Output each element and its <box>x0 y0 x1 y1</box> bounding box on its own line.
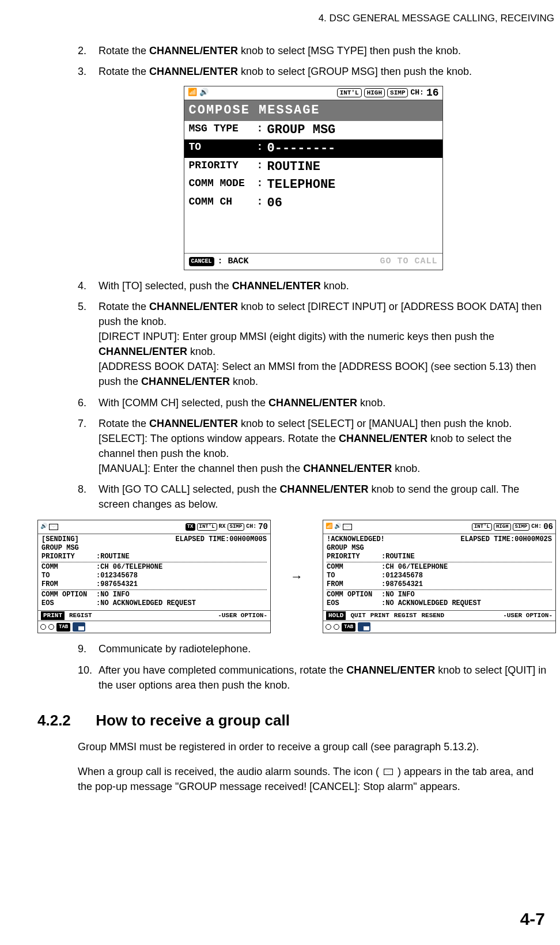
step-text: Rotate the <box>99 66 149 77</box>
signal-icon: 📶 <box>326 523 332 531</box>
user-option-label: -USER OPTION- <box>218 611 267 621</box>
step-8: 8. With [GO TO CALL] selected, push the … <box>78 482 548 512</box>
knob-name: CHANNEL/ENTER <box>141 376 230 387</box>
row-comm-ch: COMM CH : 06 <box>184 194 442 213</box>
channel-number: 06 <box>543 521 553 532</box>
simp-pill: SIMP <box>513 523 530 531</box>
field-value: :ROUTINE <box>96 553 130 561</box>
step-text: knob. <box>392 463 420 474</box>
screen-status-bar: 📶 🔊 INT'L HIGH SIMP CH: 06 <box>323 520 555 534</box>
tab-bar: TAB <box>38 621 270 633</box>
compose-icon <box>358 622 370 632</box>
field-value: :NO ACKNOWLEDGED REQUEST <box>96 599 196 608</box>
status-label: [SENDING] <box>41 535 79 544</box>
step-6: 6. With [COMM CH] selected, push the CHA… <box>78 395 548 410</box>
knob-name: CHANNEL/ENTER <box>279 483 368 495</box>
field-label: COMM CH <box>189 194 257 213</box>
paragraph-2: When a group call is received, the audio… <box>78 764 548 794</box>
field-value: ROUTINE <box>267 158 438 176</box>
ch-label: CH: <box>410 88 423 99</box>
simp-pill: SIMP <box>228 523 245 531</box>
knob-name: CHANNEL/ENTER <box>149 66 238 77</box>
hold-button: HOLD <box>326 611 346 621</box>
step-number: 10. <box>78 663 92 678</box>
knob-name: CHANNEL/ENTER <box>303 463 392 474</box>
step-number: 5. <box>78 299 86 314</box>
step-number: 9. <box>78 641 86 656</box>
field-label: PRIORITY <box>327 553 381 561</box>
knob-icon <box>40 624 46 630</box>
step-3: 3. Rotate the CHANNEL/ENTER knob to sele… <box>78 64 548 79</box>
regist-button: REGIST <box>69 611 92 621</box>
step-text: Communicate by radiotelephone. <box>99 643 251 655</box>
tx-pill: TX <box>186 523 195 531</box>
step-4: 4. With [TO] selected, push the CHANNEL/… <box>78 278 548 293</box>
step-text: [MANUAL]: Enter the channel then push th… <box>99 463 303 474</box>
regist-button: REGIST <box>394 611 417 621</box>
knob-name: CHANNEL/ENTER <box>232 280 321 292</box>
knob-name: CHANNEL/ENTER <box>346 664 435 676</box>
sound-icon: 🔊 <box>334 523 341 531</box>
row-comm-mode: COMM MODE : TELEPHONE <box>184 176 442 194</box>
knob-name: CHANNEL/ENTER <box>339 433 427 444</box>
compose-icon <box>73 622 85 632</box>
page-header: 4. DSC GENERAL MESSAGE CALLING, RECEIVIN… <box>0 12 560 26</box>
mail-icon <box>384 769 393 775</box>
mail-icon <box>49 524 58 530</box>
knob-name: CHANNEL/ENTER <box>149 418 238 429</box>
elapsed-time: ELAPSED TIME:00H00M02S <box>461 535 552 544</box>
step-2: 2. Rotate the CHANNEL/ENTER knob to sele… <box>78 43 548 58</box>
field-label: COMM <box>41 563 96 572</box>
back-label: : BACK <box>218 255 249 268</box>
step-5: 5. Rotate the CHANNEL/ENTER knob to sele… <box>78 299 548 390</box>
knob-name: CHANNEL/ENTER <box>149 45 238 56</box>
step-number: 4. <box>78 278 86 293</box>
sound-icon: 🔊 <box>199 88 209 99</box>
step-text: knob to select [MSG TYPE] then push the … <box>238 45 461 56</box>
resend-button: RESEND <box>421 611 444 621</box>
field-label: FROM <box>327 580 381 589</box>
row-priority: PRIORITY : ROUTINE <box>184 158 442 176</box>
field-value: :012345678 <box>96 572 138 580</box>
step-number: 2. <box>78 43 86 58</box>
ch-label: CH: <box>531 523 542 531</box>
screen-title: COMPOSE MESSAGE <box>184 100 442 121</box>
field-value: :CH 06/TELEPHONE <box>381 563 448 572</box>
field-value: TELEPHONE <box>267 176 438 194</box>
step-number: 3. <box>78 64 86 79</box>
user-option-label: -USER OPTION- <box>503 611 553 621</box>
step-text: With [GO TO CALL] selected, push the <box>99 483 279 495</box>
field-value: :NO INFO <box>96 591 130 599</box>
print-button: PRINT <box>41 611 65 621</box>
para-text: When a group call is received, the audio… <box>78 766 379 777</box>
ch-label: CH: <box>246 523 256 531</box>
go-to-call-label: GO TO CALL <box>380 255 437 268</box>
step-number: 8. <box>78 482 86 497</box>
screen-footer: HOLD QUIT PRINT REGIST RESEND -USER OPTI… <box>323 610 555 621</box>
field-value: :NO INFO <box>381 591 415 599</box>
field-label: FROM <box>41 580 96 589</box>
sending-screen: 🔊 TX INT'L RX SIMP CH: 70 [SENDING] ELAP… <box>37 520 271 633</box>
high-pill: HIGH <box>494 523 511 531</box>
screen-footer: CANCEL : BACK GO TO CALL <box>184 253 442 270</box>
knob-name: CHANNEL/ENTER <box>268 397 357 409</box>
field-label: MSG TYPE <box>189 121 257 139</box>
step-text: knob. <box>230 376 258 387</box>
knob-icon <box>326 624 331 630</box>
field-value: 06 <box>267 194 438 213</box>
field-label: COMM OPTION <box>327 591 381 599</box>
step-number: 6. <box>78 395 86 410</box>
screen-footer: PRINT REGIST -USER OPTION- <box>38 610 270 621</box>
section-heading: 4.2.2 How to receive a group call <box>37 710 548 732</box>
step-text: [SELECT]: The options window appears. Ro… <box>99 433 339 444</box>
step-text: knob. <box>357 397 385 409</box>
screen-status-bar: 🔊 TX INT'L RX SIMP CH: 70 <box>38 520 270 534</box>
tab-pill: TAB <box>342 623 355 632</box>
mail-icon <box>343 524 352 530</box>
field-value: :CH 06/TELEPHONE <box>96 563 162 572</box>
elapsed-time: ELAPSED TIME:00H00M00S <box>176 535 267 544</box>
field-label: PRIORITY <box>41 553 96 561</box>
intl-pill: INT'L <box>337 88 362 97</box>
step-10: 10. After you have completed communicati… <box>78 663 548 693</box>
field-label: COMM MODE <box>189 176 257 194</box>
